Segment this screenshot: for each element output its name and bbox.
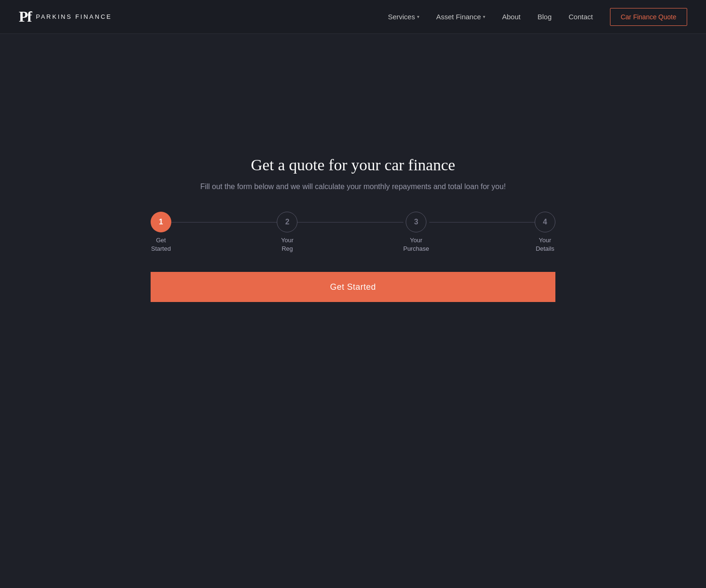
form-subtitle: Fill out the form below and we will calc…: [200, 183, 505, 191]
step-4-circle: 4: [535, 212, 555, 232]
nav-links: Services ▾ Asset Finance ▾ About Blog Co…: [388, 8, 687, 26]
step-line-1-2: [171, 222, 277, 222]
step-1: 1 Get Started: [151, 212, 171, 253]
nav-about[interactable]: About: [502, 13, 521, 21]
step-1-label: Get Started: [151, 236, 171, 253]
step-4-label: Your Details: [536, 236, 554, 253]
chevron-down-icon: ▾: [483, 14, 485, 19]
hero-area: [0, 34, 706, 156]
step-3-label: Your Purchase: [403, 236, 429, 253]
nav-asset-finance[interactable]: Asset Finance ▾: [436, 13, 485, 21]
nav-contact[interactable]: Contact: [569, 13, 593, 21]
nav-blog[interactable]: Blog: [538, 13, 552, 21]
navbar: Pf PARKINS FINANCE Services ▾ Asset Fina…: [0, 0, 706, 34]
step-2-circle: 2: [277, 212, 297, 232]
form-title: Get a quote for your car finance: [251, 156, 455, 174]
steps-progress: 1 Get Started 2 Your Reg 3 Your Purchase: [151, 212, 555, 253]
logo-text: PARKINS FINANCE: [36, 13, 112, 20]
logo-icon: Pf: [19, 8, 31, 25]
step-line-2-3: [297, 222, 403, 222]
chevron-down-icon: ▾: [417, 14, 419, 19]
step-line-3-4: [429, 222, 535, 222]
logo[interactable]: Pf PARKINS FINANCE: [19, 8, 112, 25]
step-4: 4 Your Details: [535, 212, 555, 253]
step-1-circle: 1: [151, 212, 171, 232]
nav-services[interactable]: Services ▾: [388, 13, 419, 21]
quote-form-section: Get a quote for your car finance Fill ou…: [0, 156, 706, 302]
step-2: 2 Your Reg: [277, 212, 297, 253]
get-started-button[interactable]: Get Started: [151, 272, 555, 302]
bottom-area: [0, 302, 706, 575]
step-3-circle: 3: [406, 212, 426, 232]
step-2-label: Your Reg: [281, 236, 293, 253]
car-finance-quote-button[interactable]: Car Finance Quote: [610, 8, 687, 26]
step-3: 3 Your Purchase: [403, 212, 429, 253]
